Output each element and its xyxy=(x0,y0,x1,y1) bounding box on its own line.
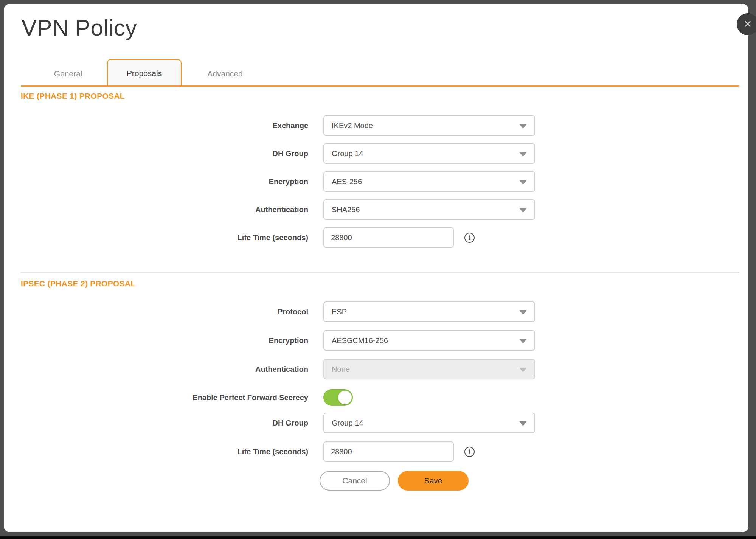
ipsec-dh-group-value: Group 14 xyxy=(332,419,363,427)
ike-encryption-dropdown[interactable]: AES-256 xyxy=(323,171,535,192)
chevron-down-icon xyxy=(519,368,527,372)
info-icon-glyph: i xyxy=(469,448,470,455)
protocol-row: Protocol ESP xyxy=(4,301,748,322)
ipsec-encryption-label: Encryption xyxy=(4,336,308,345)
ipsec-life-time-control xyxy=(323,441,454,462)
pfs-row: Enable Perfect Forward Secrecy xyxy=(4,387,748,408)
pfs-toggle-on[interactable] xyxy=(323,389,353,406)
chevron-down-icon xyxy=(519,180,527,185)
pfs-label: Enable Perfect Forward Secrecy xyxy=(4,393,308,402)
ike-authentication-dropdown[interactable]: SHA256 xyxy=(323,199,535,220)
ipsec-authentication-label: Authentication xyxy=(4,365,308,374)
ipsec-authentication-row: Authentication None xyxy=(4,359,748,379)
chevron-down-icon xyxy=(519,339,527,343)
ipsec-encryption-value: AESGCM16-256 xyxy=(332,336,388,345)
ipsec-dh-group-dropdown[interactable]: Group 14 xyxy=(323,413,535,433)
ike-phase1-heading: IKE (PHASE 1) PROPOSAL xyxy=(21,92,125,101)
info-icon[interactable]: i xyxy=(464,447,475,457)
protocol-label: Protocol xyxy=(4,308,308,316)
chevron-down-icon xyxy=(519,124,527,129)
screen: VPN Policy General Proposals Advanced IK… xyxy=(0,0,756,539)
protocol-dropdown[interactable]: ESP xyxy=(323,301,535,322)
info-icon-glyph: i xyxy=(469,234,470,241)
ipsec-encryption-dropdown[interactable]: AESGCM16-256 xyxy=(323,330,535,351)
close-button[interactable]: ✕ xyxy=(737,13,756,35)
ike-encryption-value: AES-256 xyxy=(332,177,362,186)
ike-life-time-control xyxy=(323,227,454,248)
ipsec-life-time-label: Life Time (seconds) xyxy=(4,447,308,456)
ike-dh-group-value: Group 14 xyxy=(332,149,363,158)
chevron-down-icon xyxy=(519,208,527,213)
tab-advanced[interactable]: Advanced xyxy=(187,68,263,79)
ike-dh-group-dropdown[interactable]: Group 14 xyxy=(323,143,535,164)
ipsec-phase2-heading: IPSEC (PHASE 2) PROPOSAL xyxy=(21,279,136,288)
ike-life-time-input[interactable] xyxy=(323,227,454,248)
section-divider xyxy=(21,272,739,273)
chevron-down-icon xyxy=(519,152,527,157)
ipsec-life-time-input[interactable] xyxy=(323,441,454,462)
exchange-row: Exchange IKEv2 Mode xyxy=(4,115,748,136)
cancel-button[interactable]: Cancel xyxy=(320,471,390,491)
protocol-value: ESP xyxy=(332,308,347,316)
ike-encryption-label: Encryption xyxy=(4,177,308,186)
vpn-policy-dialog: VPN Policy General Proposals Advanced IK… xyxy=(4,4,748,532)
ike-authentication-row: Authentication SHA256 xyxy=(4,199,748,220)
chevron-down-icon xyxy=(519,310,527,315)
tab-proposals[interactable]: Proposals xyxy=(107,59,182,87)
ike-dh-group-row: DH Group Group 14 xyxy=(4,143,748,164)
ipsec-life-time-row: Life Time (seconds) i xyxy=(4,441,748,462)
exchange-label: Exchange xyxy=(4,121,308,130)
tab-underline xyxy=(21,85,739,87)
ike-life-time-label: Life Time (seconds) xyxy=(4,233,308,242)
info-icon[interactable]: i xyxy=(464,233,475,243)
exchange-value: IKEv2 Mode xyxy=(332,121,373,130)
page-title: VPN Policy xyxy=(22,15,137,41)
ike-dh-group-label: DH Group xyxy=(4,149,308,158)
ike-life-time-row: Life Time (seconds) i xyxy=(4,227,748,248)
ipsec-dh-group-label: DH Group xyxy=(4,419,308,427)
ike-authentication-label: Authentication xyxy=(4,205,308,214)
exchange-dropdown[interactable]: IKEv2 Mode xyxy=(323,115,535,136)
bottom-frame-strip xyxy=(0,536,756,539)
close-icon: ✕ xyxy=(744,18,752,30)
ipsec-encryption-row: Encryption AESGCM16-256 xyxy=(4,330,748,351)
chevron-down-icon xyxy=(519,421,527,426)
tab-general[interactable]: General xyxy=(30,68,106,79)
toggle-knob xyxy=(338,391,352,404)
ipsec-authentication-dropdown-disabled: None xyxy=(323,359,535,379)
tab-proposals-label: Proposals xyxy=(127,69,162,78)
save-button[interactable]: Save xyxy=(398,471,469,491)
ike-encryption-row: Encryption AES-256 xyxy=(4,171,748,192)
ipsec-authentication-value: None xyxy=(332,365,350,374)
ipsec-dh-group-row: DH Group Group 14 xyxy=(4,413,748,433)
ike-authentication-value: SHA256 xyxy=(332,205,360,214)
